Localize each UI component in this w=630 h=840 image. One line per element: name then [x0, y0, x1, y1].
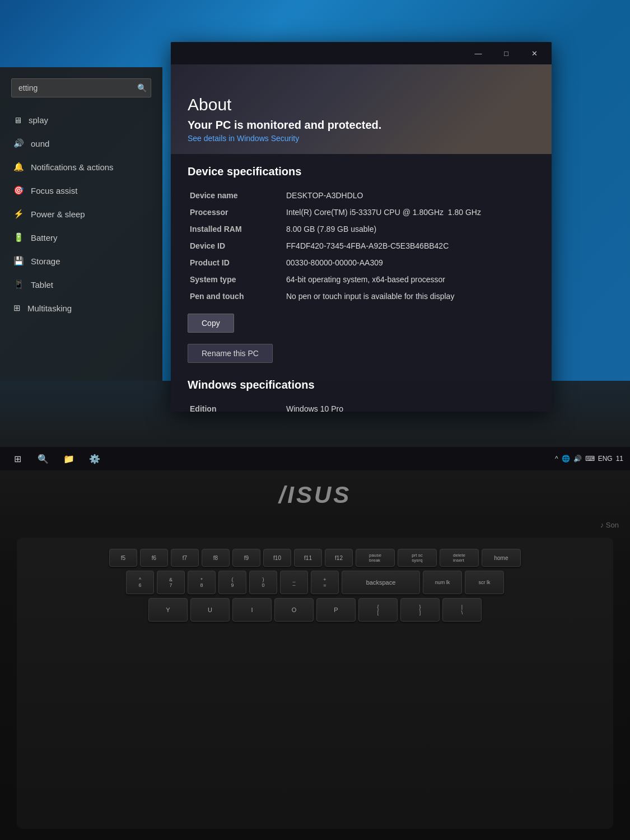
- key-i[interactable]: I: [232, 598, 272, 622]
- spec-value: 00330-80000-00000-AA309: [277, 254, 535, 271]
- taskbar-right: ^ 🌐 🔊 ⌨ ENG 11: [555, 455, 623, 463]
- asus-logo: /ISUS: [279, 482, 352, 508]
- spec-row-device-id: Device ID FF4DF420-7345-4FBA-A92B-C5E3B4…: [188, 237, 535, 254]
- spec-label: Processor: [188, 204, 277, 221]
- search-container: 🔍: [11, 78, 151, 97]
- key-home[interactable]: home: [482, 549, 521, 567]
- spec-row-system-type: System type 64-bit operating system, x64…: [188, 271, 535, 288]
- key-f11[interactable]: f11: [294, 549, 322, 567]
- sidebar-item-label: Power & sleep: [31, 209, 85, 219]
- spec-row-edition: Edition Windows 10 Pro: [188, 400, 535, 412]
- settings-search-input[interactable]: [11, 78, 151, 97]
- number-key-row: ^6 &7 *8 (9 )0 _– += backspace num lk sc…: [26, 571, 604, 594]
- key-dash[interactable]: _–: [280, 571, 308, 594]
- sidebar-item-notifications[interactable]: 🔔 Notifications & actions: [0, 155, 162, 179]
- spec-label: Pen and touch: [188, 288, 277, 305]
- window-body: Device specifications Device name DESKTO…: [171, 154, 552, 412]
- key-8[interactable]: *8: [188, 571, 216, 594]
- key-numlk[interactable]: num lk: [423, 571, 462, 594]
- power-icon: ⚡: [13, 209, 24, 219]
- taskbar-settings[interactable]: ⚙️: [84, 448, 105, 469]
- key-f7[interactable]: f7: [171, 549, 199, 567]
- rename-pc-button[interactable]: Rename this PC: [188, 344, 273, 363]
- spec-label: System type: [188, 271, 277, 288]
- sidebar-item-battery[interactable]: 🔋 Battery: [0, 226, 162, 249]
- spec-label: Edition: [188, 400, 277, 412]
- spec-value: No pen or touch input is available for t…: [277, 288, 535, 305]
- about-window: — □ ✕ About Your PC is monitored and pro…: [171, 42, 552, 412]
- spec-value: 8.00 GB (7.89 GB usable): [277, 221, 535, 237]
- key-f5[interactable]: f5: [109, 549, 137, 567]
- key-7[interactable]: &7: [157, 571, 185, 594]
- key-f8[interactable]: f8: [202, 549, 230, 567]
- chevron-icon[interactable]: ^: [555, 455, 558, 463]
- sidebar-item-storage[interactable]: 💾 Storage: [0, 249, 162, 273]
- key-p[interactable]: P: [316, 598, 356, 622]
- key-o[interactable]: O: [274, 598, 314, 622]
- sidebar-item-sound[interactable]: 🔊 ound: [0, 132, 162, 155]
- key-f10[interactable]: f10: [263, 549, 291, 567]
- spec-label: Device ID: [188, 237, 277, 254]
- spec-label: Product ID: [188, 254, 277, 271]
- volume-icon[interactable]: 🔊: [573, 455, 582, 463]
- display-icon: 🖥: [13, 115, 22, 125]
- sidebar-item-label: Storage: [31, 256, 60, 266]
- sidebar-item-display[interactable]: 🖥 splay: [0, 109, 162, 132]
- key-equals[interactable]: +=: [311, 571, 339, 594]
- start-button[interactable]: ⊞: [7, 448, 28, 469]
- key-0[interactable]: )0: [249, 571, 277, 594]
- close-button[interactable]: ✕: [521, 44, 547, 62]
- settings-sidebar: 🔍 🖥 splay 🔊 ound 🔔 Notifications & actio…: [0, 67, 162, 381]
- windows-specs-heading: Windows specifications: [188, 379, 535, 391]
- specs-table: Device name DESKTOP-A3DHDLO Processor In…: [188, 187, 535, 305]
- function-key-row: f5 f6 f7 f8 f9 f10 f11 f12 pausebreak pr…: [26, 549, 604, 567]
- sidebar-item-label: ound: [31, 139, 49, 148]
- key-6[interactable]: ^6: [126, 571, 154, 594]
- taskbar-left: ⊞ 🔍 📁 ⚙️: [7, 448, 105, 469]
- minimize-button[interactable]: —: [465, 44, 491, 62]
- sidebar-item-label: Battery: [31, 233, 58, 242]
- language-indicator: ENG: [598, 455, 613, 463]
- key-delete[interactable]: deleteinsert: [440, 549, 479, 567]
- taskbar-search-button[interactable]: 🔍: [32, 448, 54, 469]
- protected-message: Your PC is monitored and protected.: [188, 119, 381, 132]
- key-backslash[interactable]: |\: [442, 598, 482, 622]
- tablet-icon: 📱: [13, 279, 24, 290]
- spec-label: Device name: [188, 187, 277, 204]
- key-f6[interactable]: f6: [140, 549, 168, 567]
- copy-button[interactable]: Copy: [188, 314, 234, 333]
- key-scrlk[interactable]: scr lk: [465, 571, 504, 594]
- key-bracket-right[interactable]: }]: [400, 598, 440, 622]
- sidebar-item-focus[interactable]: 🎯 Focus assist: [0, 179, 162, 202]
- alpha-key-row1: Y U I O P {[ }] |\: [26, 598, 604, 622]
- network-icon[interactable]: 🌐: [562, 455, 570, 463]
- keyboard-area: f5 f6 f7 f8 f9 f10 f11 f12 pausebreak pr…: [17, 538, 613, 829]
- spec-row-product-id: Product ID 00330-80000-00000-AA309: [188, 254, 535, 271]
- key-f9[interactable]: f9: [232, 549, 260, 567]
- taskbar: ⊞ 🔍 📁 ⚙️ ^ 🌐 🔊 ⌨ ENG 11: [0, 447, 630, 470]
- sidebar-item-power[interactable]: ⚡ Power & sleep: [0, 202, 162, 226]
- spec-label: Installed RAM: [188, 221, 277, 237]
- sidebar-item-tablet[interactable]: 📱 Tablet: [0, 273, 162, 296]
- maximize-button[interactable]: □: [493, 44, 519, 62]
- key-backspace[interactable]: backspace: [342, 571, 420, 594]
- spec-value: 64-bit operating system, x64-based proce…: [277, 271, 535, 288]
- key-pause[interactable]: pausebreak: [356, 549, 395, 567]
- sidebar-item-multitasking[interactable]: ⊞ Multitasking: [0, 296, 162, 320]
- spec-value: Intel(R) Core(TM) i5-3337U CPU @ 1.80GHz…: [277, 204, 535, 221]
- taskbar-file-explorer[interactable]: 📁: [58, 448, 80, 469]
- key-prtsc[interactable]: prt scsysrq: [398, 549, 437, 567]
- security-link[interactable]: See details in Windows Security: [188, 134, 381, 143]
- sidebar-item-label: Multitasking: [27, 304, 72, 313]
- notifications-icon: 🔔: [13, 162, 24, 172]
- key-9[interactable]: (9: [218, 571, 246, 594]
- key-u[interactable]: U: [190, 598, 230, 622]
- key-bracket-left[interactable]: {[: [358, 598, 398, 622]
- key-f12[interactable]: f12: [325, 549, 353, 567]
- key-y[interactable]: Y: [148, 598, 188, 622]
- taskbar-search-icon: 🔍: [38, 454, 49, 464]
- search-icon: 🔍: [137, 83, 147, 92]
- spec-row-device-name: Device name DESKTOP-A3DHDLO: [188, 187, 535, 204]
- sidebar-item-label: Notifications & actions: [31, 162, 114, 172]
- system-clock: 11: [616, 455, 623, 463]
